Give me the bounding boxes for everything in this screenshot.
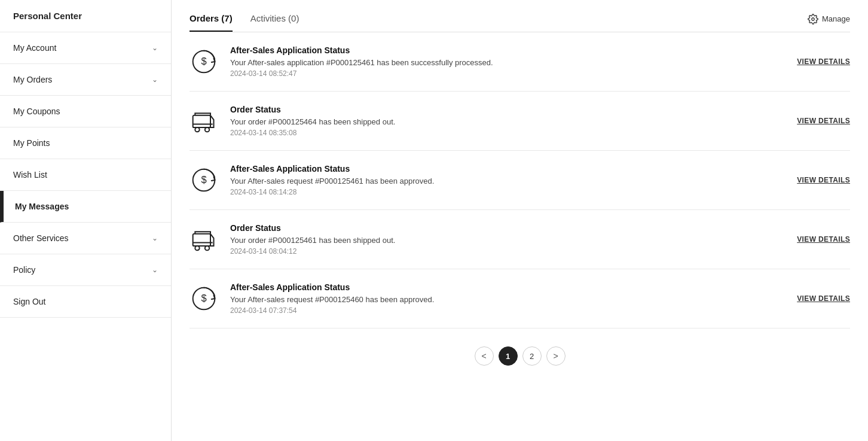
chevron-down-icon: ⌄	[152, 75, 158, 84]
sidebar-item-policy[interactable]: Policy ⌄	[0, 254, 171, 286]
notification-content: After-Sales Application Status Your Afte…	[230, 282, 785, 315]
notification-time: 2024-03-14 07:37:54	[230, 306, 785, 315]
pagination-page-1[interactable]: 1	[499, 346, 518, 366]
notification-time: 2024-03-14 08:35:08	[230, 129, 785, 137]
after-sales-icon: $	[190, 47, 218, 76]
notification-item: $ After-Sales Application Status Your Af…	[190, 269, 850, 329]
svg-text:$: $	[201, 293, 206, 303]
svg-text:$: $	[201, 56, 206, 66]
main-content: Orders (7) Activities (0) Manage $ Af	[172, 0, 868, 441]
view-details-link[interactable]: VIEW DETAILS	[797, 117, 850, 125]
svg-point-11	[205, 246, 209, 250]
pagination-prev[interactable]: <	[475, 346, 494, 366]
svg-point-4	[195, 127, 199, 132]
pagination-next[interactable]: >	[546, 346, 566, 366]
notification-title: After-Sales Application Status	[230, 164, 785, 174]
sidebar-item-my-points[interactable]: My Points	[0, 127, 171, 159]
notification-title: Order Status	[230, 105, 785, 114]
svg-rect-9	[193, 234, 210, 246]
notification-content: After-Sales Application Status Your Afte…	[230, 164, 785, 196]
tab-activities[interactable]: Activities (0)	[250, 6, 299, 32]
sidebar-item-my-coupons[interactable]: My Coupons	[0, 96, 171, 127]
svg-point-5	[205, 127, 209, 132]
view-details-link[interactable]: VIEW DETAILS	[797, 176, 850, 184]
notification-item: $ After-Sales Application Status Your Af…	[190, 32, 850, 92]
notification-description: Your After-sales request #P000125460 has…	[230, 295, 785, 304]
notification-title: After-Sales Application Status	[230, 45, 785, 55]
chevron-down-icon: ⌄	[152, 44, 158, 52]
order-status-icon	[190, 225, 218, 254]
sidebar: Personal Center My Account ⌄ My Orders ⌄…	[0, 0, 172, 441]
notification-content: After-Sales Application Status Your Afte…	[230, 45, 785, 78]
notification-content: Order Status Your order #P000125464 has …	[230, 105, 785, 137]
sidebar-item-other-services[interactable]: Other Services ⌄	[0, 223, 171, 254]
notification-time: 2024-03-14 08:14:28	[230, 188, 785, 196]
order-status-icon	[190, 107, 218, 135]
svg-text:$: $	[201, 174, 206, 185]
notification-title: After-Sales Application Status	[230, 282, 785, 292]
chevron-down-icon: ⌄	[152, 266, 158, 274]
manage-button[interactable]: Manage	[808, 14, 850, 25]
notification-item: Order Status Your order #P000125464 has …	[190, 92, 850, 151]
manage-label: Manage	[822, 14, 850, 23]
sidebar-header: Personal Center	[0, 0, 171, 32]
chevron-down-icon: ⌄	[152, 234, 158, 242]
notification-description: Your order #P000125464 has been shipped …	[230, 117, 785, 126]
tab-orders[interactable]: Orders (7)	[190, 6, 233, 32]
notification-description: Your After-sales request #P000125461 has…	[230, 177, 785, 185]
notification-content: Order Status Your order #P000125461 has …	[230, 223, 785, 256]
notification-item: $ After-Sales Application Status Your Af…	[190, 151, 850, 210]
notification-time: 2024-03-14 08:04:12	[230, 247, 785, 256]
notifications-list: $ After-Sales Application Status Your Af…	[190, 32, 850, 329]
after-sales-icon: $	[190, 166, 218, 194]
notification-description: Your After-sales application #P000125461…	[230, 58, 785, 67]
pagination: < 1 2 >	[190, 346, 850, 366]
svg-rect-3	[193, 115, 210, 127]
view-details-link[interactable]: VIEW DETAILS	[797, 294, 850, 303]
sidebar-item-my-messages[interactable]: My Messages	[0, 191, 171, 223]
sidebar-item-my-orders[interactable]: My Orders ⌄	[0, 64, 171, 96]
gear-icon	[808, 14, 818, 25]
view-details-link[interactable]: VIEW DETAILS	[797, 235, 850, 244]
after-sales-icon: $	[190, 284, 218, 313]
notification-title: Order Status	[230, 223, 785, 233]
notification-description: Your order #P000125461 has been shipped …	[230, 236, 785, 245]
sidebar-item-my-account[interactable]: My Account ⌄	[0, 32, 171, 64]
view-details-link[interactable]: VIEW DETAILS	[797, 57, 850, 66]
active-indicator	[2, 191, 4, 222]
sidebar-item-wish-list[interactable]: Wish List	[0, 159, 171, 191]
pagination-page-2[interactable]: 2	[522, 346, 542, 366]
tabs-bar: Orders (7) Activities (0) Manage	[190, 0, 850, 32]
notification-time: 2024-03-14 08:52:47	[230, 69, 785, 78]
sidebar-item-sign-out[interactable]: Sign Out	[0, 286, 171, 318]
notification-item: Order Status Your order #P000125461 has …	[190, 210, 850, 269]
svg-point-10	[195, 246, 199, 250]
svg-point-0	[812, 17, 815, 20]
